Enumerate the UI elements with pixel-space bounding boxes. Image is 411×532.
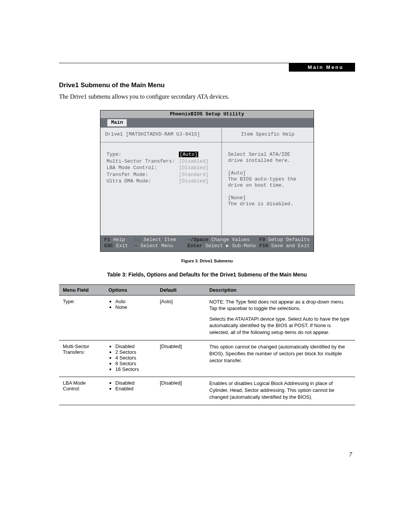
bios-help-line: drive installed here. [228,158,307,164]
table-caption: Table 3: Fields, Options and Defaults fo… [59,272,355,278]
header-rule: Main Menu [59,63,355,63]
bios-field-value: [Disabled] [179,178,209,184]
option-item: 2 Sectors [115,349,152,355]
page-number: 7 [349,451,352,458]
bios-title: PhoenixBIOS Setup Utility [100,110,314,118]
bios-field-row: LBA Mode Control:[Disabled] [107,165,215,171]
cell-menu-field: Type: [59,295,105,340]
bios-field-value: [Auto] [179,152,198,158]
bios-footer-cell: F9 Setup Defaults [259,237,310,243]
bios-field-label: Multi-Sector Transfers: [107,158,179,165]
bios-footer-cell: F1 Help [104,237,134,243]
bios-field-row: Type:[Auto] [107,152,215,158]
bios-right-header: Item Specific Help [222,128,314,142]
bios-field-label: Transfer Mode: [107,172,179,178]
cell-menu-field: LBA Mode Control: [59,377,105,405]
cell-description: NOTE: The Type field does not appear as … [206,295,355,340]
option-item: 4 Sectors [115,355,152,361]
cell-options: DisabledEnabled [105,377,156,405]
bios-left-header: Drive1 [MATSHITADVD-RAM UJ-841S] [100,128,221,142]
bios-help-line: The drive is disabled. [228,201,307,207]
cell-default: [Disabled] [156,340,206,377]
option-item: Disabled [115,343,152,349]
bios-footer-cell: ↑↓ Select Item [134,237,187,243]
bios-field-row: Transfer Mode:[Standard] [107,172,215,178]
table-header: Menu Field [59,284,105,295]
section-intro: The Drive1 submenu allows you to configu… [59,92,355,101]
table-header: Default [156,284,206,295]
bios-help-line [228,189,307,195]
fields-table: Menu FieldOptionsDefaultDescription Type… [59,284,355,405]
cell-description: This option cannot be changed (automatic… [206,340,355,377]
bios-field-row: Ultra DMA Mode:[Disabled] [107,178,215,184]
bios-footer-cell: Enter Select ▶ Sub-Menu [188,243,260,249]
bios-footer-cell: ↔ Select Menu [134,243,187,249]
bios-footer-cell: -/Space Change Values [188,237,260,243]
bios-field-label: LBA Mode Control: [107,165,179,171]
bios-help-line: [None] [228,195,307,201]
option-item: Enabled [115,386,152,391]
option-item: 8 Sectors [115,361,152,366]
table-row: LBA Mode Control:DisabledEnabled[Disable… [59,377,355,405]
bios-help-line: drive on boot time. [228,182,307,189]
bios-footer: F1 Help↑↓ Select Item-/Space Change Valu… [100,235,314,251]
table-header: Options [105,284,156,295]
cell-options: AutoNone [105,295,156,340]
bios-field-value: [Standard] [179,172,209,178]
cell-description: Enables or disables Logical Block Addres… [206,377,355,405]
cell-options: Disabled2 Sectors4 Sectors8 Sectors16 Se… [105,340,156,377]
bios-field-label: Ultra DMA Mode: [107,178,179,184]
bios-field-label: Type: [107,152,179,158]
table-row: Type:AutoNone[Auto]NOTE: The Type field … [59,295,355,340]
table-row: Multi-Sector Transfers:Disabled2 Sectors… [59,340,355,377]
cell-menu-field: Multi-Sector Transfers: [59,340,105,377]
option-item: None [115,304,152,310]
option-item: Auto [115,299,152,304]
option-item: Disabled [115,380,152,386]
section-title: Drive1 Submenu of the Main Menu [59,81,355,89]
bios-footer-cell: F10 Save and Exit [259,243,310,249]
bios-menubar: Main [100,118,314,127]
bios-help-line: The BIOS auto-types the [228,176,307,182]
bios-field-value: [Disabled] [179,165,209,171]
bios-field-row: Multi-Sector Transfers:[Disabled] [107,158,215,165]
cell-default: [Auto] [156,295,206,340]
table-header: Description [206,284,355,295]
bios-help-line: Select Serial ATA/IDE [228,152,307,158]
bios-help-line [228,164,307,170]
bios-screenshot: PhoenixBIOS Setup Utility Main Drive1 [M… [100,110,314,252]
bios-field-value: [Disabled] [179,158,209,165]
cell-default: [Disabled] [156,377,206,405]
bios-footer-cell: ESC Exit [104,243,134,249]
option-item: 16 Sectors [115,366,152,372]
figure-caption: Figure 3. Drive1 Submenu [59,259,355,263]
header-tab: Main Menu [289,63,355,72]
bios-help-line: [Auto] [228,170,307,176]
bios-menu-tab: Main [107,119,127,126]
